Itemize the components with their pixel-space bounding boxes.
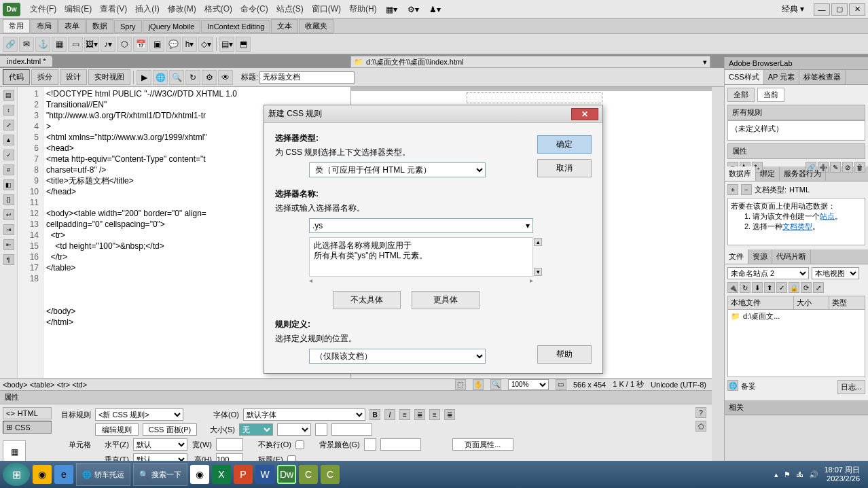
scroll-down-icon[interactable]: ▾ [534,268,542,276]
zoom-select[interactable]: 100% [508,379,549,390]
highlight-icon[interactable]: ◧ [3,179,14,190]
line-num-icon[interactable]: # [3,164,14,175]
menu-help[interactable]: 帮助(H) [345,3,381,15]
excel-icon[interactable]: X [212,465,231,484]
format-icon[interactable]: ¶ [3,254,14,265]
disable-icon[interactable]: ⊘ [842,162,853,173]
size-select[interactable]: 无 [239,423,273,436]
scroll-up-icon[interactable]: ▴ [534,238,542,246]
server-icon[interactable]: ▣ [149,37,164,52]
tab-text[interactable]: 文本 [271,19,298,33]
outdent-icon[interactable]: ⇤ [3,239,14,250]
tab-assets[interactable]: 资源 [748,249,772,264]
collapse-icon[interactable]: ↕ [3,105,14,116]
tab-files[interactable]: 文件 [725,249,748,264]
align-justify-icon[interactable]: ≣ [444,409,455,420]
table-icon[interactable]: ▦ [52,37,67,52]
horz-select[interactable]: 默认 [133,438,187,451]
target-rule-select[interactable]: <新 CSS 规则> [95,408,183,421]
connect-icon[interactable]: 🔌 [727,282,738,293]
chevron-down-icon[interactable]: ▾ [526,221,530,230]
dreamweaver-icon[interactable]: Dw [277,465,296,484]
chrome-pinned-icon[interactable]: ◉ [33,465,52,484]
italic-icon[interactable]: I [384,409,395,420]
tab-forms[interactable]: 表单 [58,19,86,33]
template-icon[interactable]: ▤▾ [219,37,234,52]
comment-icon[interactable]: 💬 [166,37,181,52]
tab-data[interactable]: 数据 [86,19,113,33]
tab-favorites[interactable]: 收藏夹 [299,19,333,33]
live-code-icon[interactable]: ▶ [137,70,151,85]
view-select[interactable]: 本地视图 [812,267,859,279]
scope-all-button[interactable]: 全部 [727,88,755,102]
css-panel-button[interactable]: CSS 面板(P) [143,423,197,436]
menu-format[interactable]: 格式(O) [200,3,236,15]
add-icon[interactable]: + [727,184,738,195]
task-item-2[interactable]: 🔍搜索一下 [133,463,187,486]
rule-def-select[interactable]: （仅限该文档） [309,349,486,364]
sync-icon[interactable]: ⟳ [801,282,812,293]
properties-title[interactable]: 属性 [0,391,712,404]
bg-input[interactable] [380,438,421,451]
visual-aids-icon[interactable]: 👁 [218,70,233,85]
col-size[interactable]: 大小 [794,296,830,309]
refresh-icon[interactable]: ↻ [185,70,200,85]
media-icon[interactable]: ♪▾ [101,37,115,52]
split-view-button[interactable]: 拆分 [31,69,58,85]
scroll-right-icon[interactable]: ▸ [530,277,533,284]
chrome-icon[interactable]: ◉ [190,465,209,484]
tab-layout[interactable]: 布局 [31,19,58,33]
put-icon[interactable]: ⬆ [764,282,775,293]
widget-icon[interactable]: ⬡ [117,37,132,52]
select-tool-icon[interactable]: ⬚ [455,379,466,390]
script-icon[interactable]: ◇▾ [198,37,213,52]
quick-tag-icon[interactable]: ⬠ [695,421,706,432]
ok-button[interactable]: 确定 [537,135,592,154]
menu-edit[interactable]: 编辑(E) [60,3,96,15]
hyperlink-icon[interactable]: 🔗 [3,37,18,52]
parent-icon[interactable]: ▲ [3,135,14,145]
col-local[interactable]: 本地文件 [728,296,794,309]
wrap-icon[interactable]: ↩ [3,209,14,220]
checkin-icon[interactable]: 🔒 [789,282,799,293]
create-site-link[interactable]: 站点 [820,212,835,220]
dialog-close-button[interactable]: ✕ [571,108,598,120]
align-center-icon[interactable]: ≣ [414,409,425,420]
css-mode-button[interactable]: ⊞CSS [3,421,52,434]
hand-tool-icon[interactable]: ✋ [473,379,484,390]
camtasia2-icon[interactable]: C [321,465,340,484]
refresh-files-icon[interactable]: ↻ [740,282,751,293]
zoom-tool-icon[interactable]: 🔍 [490,379,501,390]
open-docs-icon[interactable]: ▤ [3,90,14,101]
scroll-left-icon[interactable]: ◂ [309,277,312,284]
window-size-icon[interactable]: ▭ [556,379,566,390]
live-view-button[interactable]: 实时视图 [88,69,130,85]
tab-css-styles[interactable]: CSS样式 [725,70,764,84]
close-button[interactable]: ✕ [849,3,865,16]
word-icon[interactable]: W [255,465,274,484]
col-type[interactable]: 类型 [829,296,865,309]
browser-icon[interactable]: 🔍 [169,70,184,85]
tab-jquery[interactable]: jQuery Mobile [143,20,201,33]
tab-bindings[interactable]: 绑定 [756,167,780,181]
image-icon[interactable]: 🖼▾ [84,37,99,52]
tab-spry[interactable]: Spry [114,20,142,33]
options-icon[interactable]: ⚙ [202,70,217,85]
tab-snippets[interactable]: 代码片断 [772,249,811,264]
doc-type-link[interactable]: 文档类型 [782,222,812,230]
bold-icon[interactable]: B [369,409,380,420]
menu-window[interactable]: 窗口(W) [308,3,345,15]
inspect-icon[interactable]: 🌐 [153,70,168,85]
cancel-button[interactable]: 取消 [537,159,592,177]
tray-flag-icon[interactable]: ⚑ [784,470,791,479]
selector-name-input[interactable]: .ys▾ [309,218,533,233]
remove-icon[interactable]: − [741,184,752,195]
expand-icon[interactable]: ⤢ [813,282,824,293]
workspace-switcher[interactable]: 经典 ▾ [778,3,808,15]
expand-icon[interactable]: ⤢ [3,120,14,130]
tab-incontext[interactable]: InContext Editing [201,20,270,33]
anchor-icon[interactable]: ⚓ [35,37,50,52]
more-specific-button[interactable]: 更具体 [412,291,480,309]
unit-select[interactable] [277,423,311,436]
window-size[interactable]: 566 x 454 [573,381,606,389]
